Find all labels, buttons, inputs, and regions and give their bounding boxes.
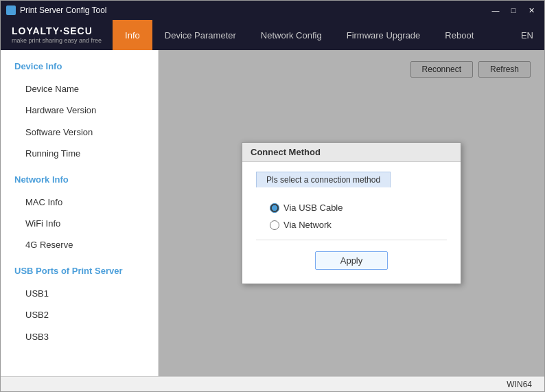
modal-body: Pls select a connection method Via USB C… xyxy=(242,172,461,270)
mac-info-label: MAC Info xyxy=(14,192,144,213)
modal-divider xyxy=(256,240,447,240)
content-area: Device Info Device Name Hardware Version… xyxy=(1,50,544,376)
device-name-label: Device Name xyxy=(14,78,144,100)
via-network-label: Via Network xyxy=(283,220,332,230)
tab-reboot[interactable]: Reboot xyxy=(432,20,486,50)
language-selector[interactable]: EN xyxy=(510,30,544,41)
usb2-label: USB2 xyxy=(14,304,144,325)
running-time-label: Running Time xyxy=(14,143,144,164)
status-bar: WIN64 xyxy=(1,376,544,391)
window-title: Print Server Config Tool xyxy=(20,5,107,15)
brand-name: LOYALTY·SECU xyxy=(12,25,102,37)
window-controls: — □ ✕ xyxy=(488,5,539,16)
apply-button[interactable]: Apply xyxy=(315,251,389,270)
modal-title: Connect Method xyxy=(242,143,461,162)
modal-apply-row: Apply xyxy=(256,251,447,270)
connect-method-modal: Connect Method Pls select a connection m… xyxy=(242,142,461,284)
usb-cable-option[interactable]: Via USB Cable xyxy=(270,203,433,213)
brand: LOYALTY·SECU make print sharing easy and… xyxy=(1,25,113,45)
wifi-info-label: WiFi Info xyxy=(14,213,144,234)
device-info-title: Device Info xyxy=(14,61,144,71)
connection-method-tab: Pls select a connection method xyxy=(256,172,391,187)
main-window: Print Server Config Tool — □ ✕ LOYALTY·S… xyxy=(0,0,545,392)
tab-info[interactable]: Info xyxy=(113,20,152,50)
minimize-button[interactable]: — xyxy=(488,5,503,16)
close-button[interactable]: ✕ xyxy=(524,5,539,16)
software-version-label: Software Version xyxy=(14,122,144,143)
right-panel: Reconnect Refresh Connect Method Pls sel… xyxy=(159,50,544,376)
title-bar-left: Print Server Config Tool xyxy=(6,5,107,15)
brand-tagline: make print sharing easy and free xyxy=(12,37,102,45)
network-info-title: Network Info xyxy=(14,174,144,185)
via-network-radio[interactable] xyxy=(270,220,279,230)
modal-overlay: Connect Method Pls select a connection m… xyxy=(159,50,544,376)
title-bar: Print Server Config Tool — □ ✕ xyxy=(1,1,544,20)
tab-device-parameter[interactable]: Device Parameter xyxy=(152,20,248,50)
usb1-label: USB1 xyxy=(14,283,144,304)
via-network-option[interactable]: Via Network xyxy=(270,220,433,230)
tab-firmware-upgrade[interactable]: Firmware Upgrade xyxy=(334,20,433,50)
status-text: WIN64 xyxy=(507,380,539,389)
usb3-label: USB3 xyxy=(14,326,144,347)
usb-cable-radio[interactable] xyxy=(270,203,279,213)
nav-tabs: Info Device Parameter Network Config Fir… xyxy=(113,20,486,50)
4g-reserve-label: 4G Reserve xyxy=(14,234,144,255)
tab-network-config[interactable]: Network Config xyxy=(248,20,334,50)
usb-cable-label: Via USB Cable xyxy=(283,203,343,213)
usb-ports-title: USB Ports of Print Server xyxy=(14,266,144,276)
maximize-button[interactable]: □ xyxy=(506,5,521,16)
hardware-version-label: Hardware Version xyxy=(14,100,144,121)
nav-bar: LOYALTY·SECU make print sharing easy and… xyxy=(1,20,544,50)
left-panel: Device Info Device Name Hardware Version… xyxy=(1,50,159,376)
app-icon xyxy=(6,5,16,15)
